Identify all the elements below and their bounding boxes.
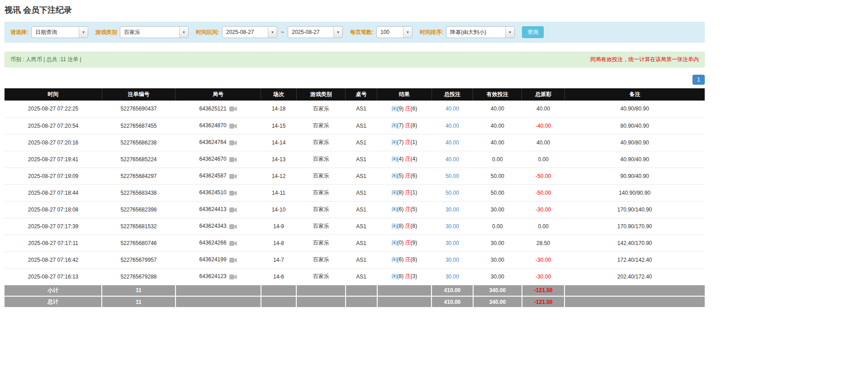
cell-total-bet: 30.00 — [432, 268, 473, 285]
date-from-picker[interactable]: 2025-08-27 ▼ — [222, 26, 277, 38]
banker-result-label: 庄 — [405, 139, 411, 145]
banker-result-label: 庄 — [405, 122, 411, 129]
total-bet-link[interactable]: 30.00 — [446, 240, 459, 246]
cell-remark: 90.90/40.90 — [564, 168, 705, 184]
subtotal-row-cell — [296, 285, 345, 296]
chevron-down-icon[interactable]: ▼ — [79, 27, 88, 38]
total-bet-link[interactable]: 30.00 — [446, 223, 459, 230]
cell-table-no: AS1 — [346, 168, 377, 184]
video-icon[interactable] — [229, 123, 237, 129]
sort-order-value: 降幂(由大到小) — [446, 27, 505, 38]
player-result-value: (6) — [397, 206, 404, 212]
total-bet-link[interactable]: 30.00 — [446, 257, 459, 263]
column-header: 结果 — [377, 88, 432, 101]
cell-result: 闲(5) 庄(6) — [377, 168, 432, 184]
subtotal-row-cell: 小计 — [5, 285, 102, 296]
date-from-value: 2025-08-27 — [223, 27, 268, 38]
subtotal-row-cell — [377, 285, 432, 296]
cell-bet-id: 522765679288 — [102, 268, 175, 285]
cell-session: 14-8 — [261, 235, 297, 251]
banker-result-value: (1) — [411, 139, 417, 145]
cell-game-type: 百家乐 — [296, 151, 345, 168]
cell-payout: 40.00 — [522, 101, 564, 117]
total-bet-link[interactable]: 40.00 — [446, 156, 459, 163]
player-result-value: (4) — [397, 156, 404, 162]
video-icon[interactable] — [229, 157, 237, 163]
video-icon[interactable] — [229, 140, 237, 146]
cell-valid-bet: 30.00 — [473, 268, 522, 285]
banker-result-value: (1) — [411, 189, 417, 196]
total-bet-link[interactable]: 40.00 — [446, 106, 459, 112]
cell-session: 14-10 — [261, 201, 297, 218]
query-type-select[interactable]: 日期查询 ▼ — [31, 26, 88, 38]
cell-time: 2025-08-27 07:18:08 — [5, 201, 102, 218]
video-icon[interactable] — [229, 240, 237, 246]
player-result-label: 闲 — [392, 223, 397, 229]
video-icon[interactable] — [229, 207, 237, 213]
cell-table-no: AS1 — [346, 201, 377, 218]
date-range-separator: ~ — [281, 29, 284, 35]
column-header: 桌号 — [346, 88, 377, 101]
game-type-select[interactable]: 百家乐 ▼ — [120, 26, 189, 38]
cell-time: 2025-08-27 07:17:39 — [5, 218, 102, 235]
chevron-down-icon[interactable]: ▼ — [179, 27, 188, 38]
video-icon[interactable] — [229, 257, 237, 263]
video-icon[interactable] — [229, 106, 237, 112]
total-bet-link[interactable]: 40.00 — [446, 139, 459, 146]
cell-payout: -50.00 — [522, 168, 564, 184]
cell-round-id: 643625121 — [175, 101, 261, 117]
banker-result-label: 庄 — [405, 156, 411, 162]
cell-bet-id: 522765680746 — [102, 235, 175, 251]
chevron-down-icon[interactable]: ▼ — [403, 27, 412, 38]
total-bet-link[interactable]: 30.00 — [446, 274, 459, 280]
video-icon[interactable] — [229, 190, 237, 196]
cell-result: 闲(6) 庄(5) — [377, 201, 432, 218]
cell-remark: 172.40/142.40 — [564, 251, 705, 268]
sort-order-select[interactable]: 降幂(由大到小) ▼ — [446, 26, 515, 38]
table-row: 2025-08-27 07:17:39522765681532643624343… — [5, 218, 705, 235]
cell-session: 14-11 — [261, 184, 297, 201]
round-number: 643624123 — [199, 273, 227, 279]
cell-total-bet: 30.00 — [432, 218, 473, 235]
chevron-down-icon[interactable]: ▼ — [333, 27, 342, 38]
player-result-label: 闲 — [392, 139, 397, 145]
page-1-button[interactable]: 1 — [693, 75, 705, 85]
search-button[interactable]: 查询 — [522, 26, 544, 38]
cell-payout: -30.00 — [522, 251, 564, 268]
round-number: 643624587 — [199, 173, 227, 179]
cell-result: 闲(8) 庄(1) — [377, 184, 432, 201]
summary-bar: 币别 : 人民币 | 总共 :11 注单 | 同局有效投注，统一计算在该局第一张… — [5, 52, 705, 67]
total-bet-link[interactable]: 30.00 — [446, 207, 459, 213]
cell-game-type: 百家乐 — [296, 235, 345, 251]
banker-result-label: 庄 — [405, 240, 411, 246]
banker-result-label: 庄 — [405, 206, 411, 212]
chevron-down-icon[interactable]: ▼ — [268, 27, 277, 38]
date-range-label: 时间区间: — [196, 29, 219, 36]
cell-time: 2025-08-27 07:18:44 — [5, 184, 102, 201]
total-bet-link[interactable]: 50.00 — [446, 173, 459, 179]
player-result-value: (8) — [397, 273, 404, 279]
subtotal-row-cell: 11 — [102, 285, 175, 296]
cell-table-no: AS1 — [346, 218, 377, 235]
date-to-picker[interactable]: 2025-08-27 ▼ — [288, 26, 343, 38]
cell-session: 14-7 — [261, 251, 297, 268]
total-bet-link[interactable]: 50.00 — [446, 190, 459, 196]
total-row-cell — [564, 296, 705, 308]
cell-table-no: AS1 — [346, 235, 377, 251]
cell-remark: 202.40/172.40 — [564, 268, 705, 285]
banker-result-value: (9) — [411, 240, 417, 246]
chevron-down-icon[interactable]: ▼ — [505, 27, 514, 38]
cell-game-type: 百家乐 — [296, 184, 345, 201]
banker-result-value: (4) — [411, 156, 417, 162]
cell-bet-id: 522765690437 — [102, 101, 175, 117]
cell-session: 14-14 — [261, 134, 297, 151]
video-icon[interactable] — [229, 173, 237, 179]
video-icon[interactable] — [229, 224, 237, 230]
player-result-value: (0) — [397, 240, 404, 246]
page-size-select[interactable]: 100 ▼ — [376, 26, 413, 38]
cell-valid-bet: 40.00 — [473, 101, 522, 117]
total-bet-link[interactable]: 40.00 — [446, 123, 459, 129]
player-result-label: 闲 — [392, 256, 397, 263]
video-icon[interactable] — [229, 274, 237, 280]
cell-valid-bet: 0.00 — [473, 218, 522, 235]
